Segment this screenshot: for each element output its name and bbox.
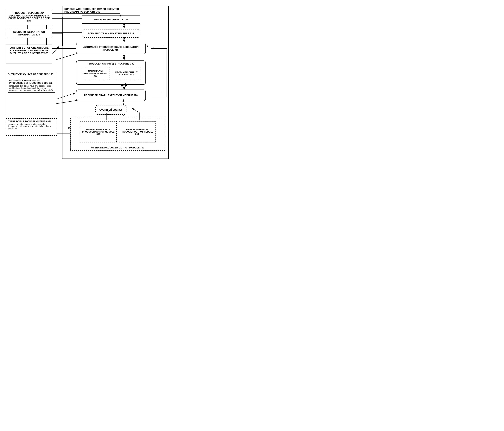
independent-producers-label: OUTPUTS OF INDEPENDENT PRODUCERS SET IN … <box>9 79 54 84</box>
override-property-label: OVERRIDE PROPERTY PRODUCER OUTPUT MODULE… <box>82 128 115 135</box>
stressed-producers-box: CURRENT SET OF ONE OR MORE STRESSED PROD… <box>6 44 52 64</box>
overridden-outputs-sublabel: – outputs of independent producers and/o… <box>8 123 55 130</box>
new-scenario-label: NEW SCENARIO MODULE 337 <box>94 18 128 21</box>
override-producer-output-container: OVERRIDE PROPERTY PRODUCER OUTPUT MODULE… <box>70 118 165 150</box>
automated-producer-label: AUTOMATED PRODUCER GRAPH GENERATION MODU… <box>78 46 144 51</box>
producer-graphs-label: PRODUCER GRAPH(S) STRUCTURE 380 <box>78 62 144 65</box>
svg-line-37 <box>52 46 59 54</box>
output-source-producers-container: OUTPUT OF SOURCE PRODUCERS 350 OUTPUTS O… <box>6 72 57 114</box>
override-method-label: OVERRIDE METHOD PRODUCER OUTPUT MODULE 3… <box>121 128 153 135</box>
independent-producers-box: OUTPUTS OF INDEPENDENT PRODUCERS SET IN … <box>8 78 55 93</box>
overridden-outputs-box: OVERRIDDEN PRODUCER OUTPUTS 354 – output… <box>6 118 57 136</box>
overridden-outputs-label: OVERRIDDEN PRODUCER OUTPUTS 354 <box>8 120 55 123</box>
runtime-container: RUNTIME WITH PRODUCER GRAPH ORIENTEDPROG… <box>62 6 169 159</box>
override-log-box: OVERRIDE LOG 396 <box>95 105 126 115</box>
scenario-instantiation-label: SCENARIO INSTANTIATION INFORMATION 328 <box>13 31 45 36</box>
new-scenario-box: NEW SCENARIO MODULE 337 <box>82 16 140 24</box>
automated-producer-box: AUTOMATED PRODUCER GRAPH GENERATION MODU… <box>76 43 146 54</box>
stressed-producers-label: CURRENT SET OF ONE OR MORE STRESSED PROD… <box>9 46 49 55</box>
producer-dependency-label: PRODUCER DEPENDENCY DECLARATIONS FOR MET… <box>8 12 50 22</box>
runtime-label: RUNTIME WITH PRODUCER GRAPH ORIENTEDPROG… <box>64 8 119 13</box>
output-source-label: OUTPUT OF SOURCE PRODUCERS 350 <box>8 73 53 76</box>
override-log-label: OVERRIDE LOG 396 <box>99 108 122 111</box>
incremental-execution-label: INCREMENTAL EXECUTION MARKING 382 <box>83 70 108 77</box>
producer-output-caching-box: PRODUCER OUTPUT CACHING 384 <box>112 67 141 80</box>
producer-dependency-box: PRODUCER DEPENDENCY DECLARATIONS FOR MET… <box>6 10 52 25</box>
override-producer-output-label: OVERRIDE PRODUCER OUTPUT MODULE 390 <box>71 146 165 149</box>
diagram: PRODUCER DEPENDENCY DECLARATIONS FOR MET… <box>4 4 171 163</box>
scenario-instantiation-box: SCENARIO INSTANTIATION INFORMATION 328 <box>6 29 52 38</box>
producer-output-caching-label: PRODUCER OUTPUT CACHING 384 <box>114 71 139 76</box>
producer-graph-execution-label: PRODUCER GRAPH EXECUTION MODULE 370 <box>84 94 138 97</box>
producer-graph-execution-box: PRODUCER GRAPH EXECUTION MODULE 370 <box>76 89 146 101</box>
scenario-tracking-label: SCENARIO TRACKING STRUCTURE 338 <box>88 32 134 35</box>
independent-producers-sublabel: (producers that do not have any dependen… <box>9 85 54 91</box>
producer-graphs-container: PRODUCER GRAPH(S) STRUCTURE 380 INCREMEN… <box>76 61 146 85</box>
scenario-tracking-box: SCENARIO TRACKING STRUCTURE 338 <box>82 29 140 38</box>
override-method-box: OVERRIDE METHOD PRODUCER OUTPUT MODULE 3… <box>119 121 155 142</box>
override-property-box: OVERRIDE PROPERTY PRODUCER OUTPUT MODULE… <box>80 121 117 142</box>
incremental-execution-box: INCREMENTAL EXECUTION MARKING 382 <box>81 67 110 80</box>
